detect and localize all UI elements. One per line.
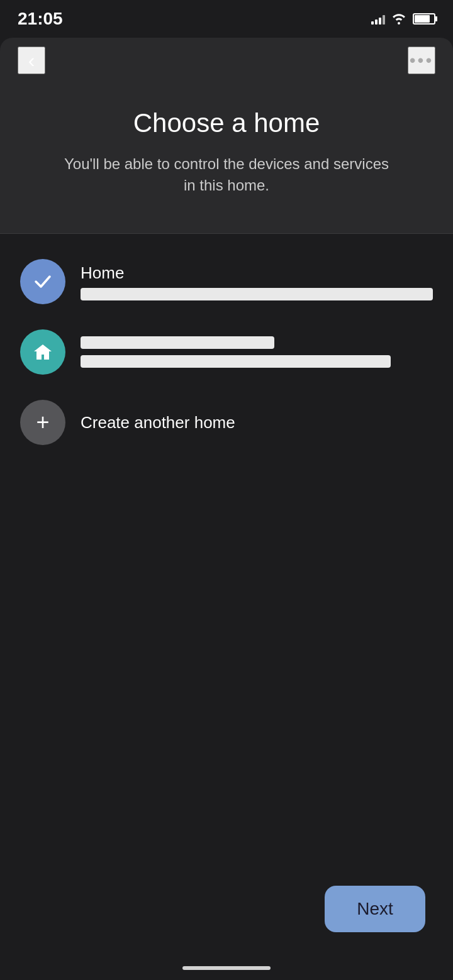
- status-bar: 21:05: [0, 0, 453, 38]
- header-section: Choose a home You'll be able to control …: [0, 83, 453, 233]
- wifi-icon: [391, 13, 406, 25]
- checkmark-icon: [32, 271, 53, 292]
- plus-icon: +: [36, 409, 49, 436]
- battery-fill: [415, 15, 430, 23]
- home-secondary-content: [81, 336, 433, 368]
- home-list: Home + Create another home: [0, 234, 453, 470]
- create-home-label: Create another home: [81, 413, 235, 432]
- home-selected-content: Home: [81, 263, 433, 300]
- page-title: Choose a home: [25, 108, 428, 138]
- next-button-label: Next: [357, 899, 393, 919]
- home-selected-subtitle: [81, 288, 433, 300]
- avatar-home-secondary: [20, 329, 65, 375]
- status-time: 21:05: [18, 9, 63, 29]
- back-button[interactable]: ‹: [18, 47, 45, 74]
- home-indicator: [182, 966, 271, 970]
- house-icon: [32, 341, 53, 363]
- status-icons: [371, 13, 435, 25]
- more-button[interactable]: •••: [408, 47, 435, 74]
- list-item-home-selected[interactable]: Home: [0, 246, 453, 317]
- next-button[interactable]: Next: [325, 886, 425, 932]
- avatar-home-selected: [20, 259, 65, 304]
- home-secondary-subtitle: [81, 355, 391, 368]
- avatar-create-home: +: [20, 400, 65, 445]
- list-item-home-secondary[interactable]: [0, 317, 453, 387]
- signal-icon: [371, 13, 385, 25]
- list-item-create-home[interactable]: + Create another home: [0, 387, 453, 458]
- nav-bar: ‹ •••: [0, 38, 453, 83]
- home-selected-name: Home: [81, 263, 433, 283]
- home-secondary-name: [81, 336, 274, 349]
- battery-icon: [413, 13, 435, 25]
- page-subtitle: You'll be able to control the devices an…: [63, 153, 390, 195]
